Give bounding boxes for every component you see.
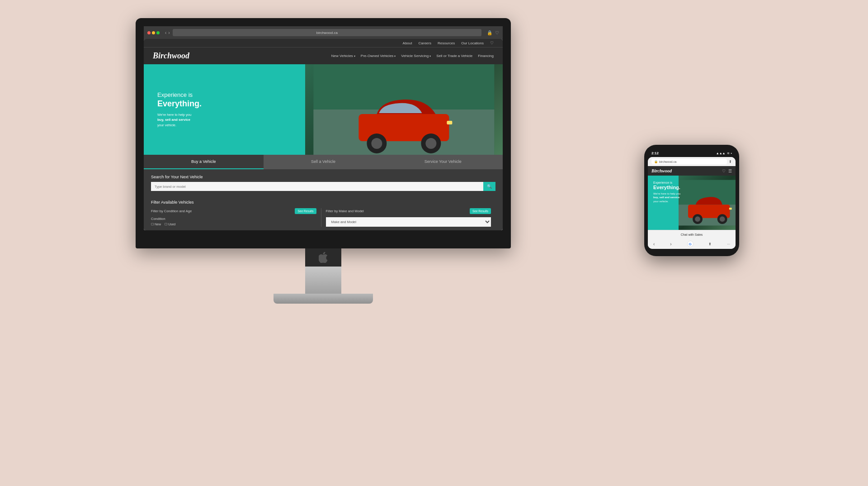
filter-col-left: Filter by Condition and Age See Results …	[151, 208, 321, 227]
browser-dots	[147, 31, 160, 34]
see-results-condition-button[interactable]: See Results	[295, 208, 316, 214]
tab-sell-vehicle[interactable]: Sell a Vehicle	[264, 155, 383, 169]
browser-url-text: birchwood.ca	[316, 31, 338, 35]
filter-right-header: Filter by Make and Model See Results	[326, 208, 491, 214]
hero-car-svg	[305, 64, 503, 155]
see-results-make-button[interactable]: See Results	[470, 208, 491, 214]
browser-lock-icon: 🔒	[487, 30, 492, 35]
search-button[interactable]: 🔍	[483, 182, 495, 191]
nav-new-vehicles[interactable]: New Vehicles ▾	[331, 54, 355, 58]
phone-chat-bar[interactable]: Chat with Sales	[648, 230, 736, 239]
tabs-section: Buy a Vehicle Sell a Vehicle Service You…	[144, 155, 503, 169]
nav-preowned-vehicles[interactable]: Pre-Owned Vehicles ▾	[361, 54, 396, 58]
scene: ‹ › birchwood.ca 🔒 ♡ About Careers	[0, 0, 868, 486]
phone-status-bar: 2:12 ▲▲▲ ≋ ▪	[648, 150, 736, 157]
hero-vehicle-image	[305, 64, 503, 155]
phone-url-text: birchwood.ca	[659, 160, 676, 163]
condition-new-checkbox[interactable]: ☐ New	[151, 223, 161, 226]
svg-rect-15	[729, 208, 732, 210]
phone-hero-title: Everything.	[653, 185, 730, 190]
phone-back-button[interactable]: ‹	[653, 242, 655, 247]
phone-battery-icon: ▪	[731, 152, 732, 155]
svg-rect-7	[447, 121, 453, 124]
browser-heart-icon[interactable]: ♡	[495, 30, 499, 35]
nav-links: New Vehicles ▾ Pre-Owned Vehicles ▾ Vehi…	[331, 54, 494, 58]
hero-description: We're here to help you buy, sell and ser…	[157, 112, 202, 128]
phone-screen: 🔒 birchwood.ca ⬆ Birchwood ♡ ☰	[648, 157, 736, 249]
utility-careers[interactable]: Careers	[418, 41, 431, 45]
svg-point-14	[720, 216, 725, 222]
browser-maximize-dot[interactable]	[156, 31, 160, 34]
hero-title: Everything.	[157, 99, 202, 109]
phone-time: 2:12	[651, 151, 659, 155]
main-nav: Birchwood New Vehicles ▾ Pre-Owned Vehic…	[144, 47, 503, 64]
svg-point-4	[372, 138, 382, 149]
filter-condition-label: Filter by Condition and Age	[151, 209, 192, 213]
phone-wifi-icon: ≋	[727, 152, 730, 155]
condition-options: ☐ New ☐ Used	[151, 223, 316, 226]
make-model-select[interactable]: Make and Model	[326, 217, 491, 227]
search-title: Search for Your Next Vehicle	[151, 175, 495, 179]
browser-minimize-dot[interactable]	[152, 31, 155, 34]
hero-tagline: Experience is	[157, 91, 202, 98]
phone-bottom-bar: ‹ › G ⬆ ···	[648, 239, 736, 249]
search-bar: 🔍	[151, 182, 495, 191]
phone-browser-bar: 🔒 birchwood.ca ⬆	[648, 157, 736, 166]
phone-bottom-share-icon[interactable]: ⬆	[708, 242, 712, 246]
search-input[interactable]	[151, 182, 483, 191]
imac-stand-neck	[305, 267, 341, 294]
phone-hero-description: We're here to help you buy, sell and ser…	[653, 192, 730, 203]
filter-make-model-label: Filter by Make and Model	[326, 209, 364, 213]
phone-status-icons: ▲▲▲ ≋ ▪	[716, 152, 732, 155]
apple-logo	[305, 248, 341, 267]
tab-buy-vehicle[interactable]: Buy a Vehicle	[144, 155, 264, 169]
nav-vehicle-servicing[interactable]: Vehicle Servicing ▾	[401, 54, 431, 58]
phone-forward-button[interactable]: ›	[670, 242, 671, 247]
phone-logo[interactable]: Birchwood	[651, 168, 672, 173]
browser-chrome: ‹ › birchwood.ca 🔒 ♡	[144, 26, 503, 39]
browser-back-button[interactable]: ‹	[165, 30, 166, 35]
phone-more-button[interactable]: ···	[727, 242, 730, 246]
phone-google-icon[interactable]: G	[687, 241, 693, 247]
utility-locations[interactable]: Our Locations	[461, 41, 484, 45]
phone-signal-icon: ▲▲▲	[716, 152, 726, 155]
servicing-chevron: ▾	[429, 54, 431, 57]
phone-nav: Birchwood ♡ ☰	[648, 166, 736, 176]
phone-url-bar[interactable]: 🔒 birchwood.ca	[651, 159, 727, 164]
utility-bar: About Careers Resources Our Locations ♡	[144, 39, 503, 47]
phone-hero-tagline: Experience is	[653, 181, 730, 184]
filter-col-right: Filter by Make and Model See Results Mak…	[321, 208, 496, 227]
utility-about[interactable]: About	[403, 41, 412, 45]
nav-financing[interactable]: Financing	[478, 54, 494, 58]
site-logo[interactable]: Birchwood	[153, 51, 189, 61]
phone-hero: Experience is Everything. We're here to …	[648, 176, 736, 230]
utility-heart-icon[interactable]: ♡	[490, 41, 494, 45]
imac-screen-outer: ‹ › birchwood.ca 🔒 ♡ About Careers	[136, 18, 511, 248]
filter-title: Filter Available Vehicles	[151, 200, 495, 205]
browser-forward-button[interactable]: ›	[168, 30, 170, 35]
search-section: Search for Your Next Vehicle 🔍	[144, 169, 503, 196]
tab-service-vehicle[interactable]: Service Your Vehicle	[383, 155, 503, 169]
hero-section: Experience is Everything. We're here to …	[144, 64, 503, 155]
website-content: About Careers Resources Our Locations ♡ …	[144, 39, 503, 230]
hero-text: Experience is Everything. We're here to …	[144, 82, 215, 137]
imac-website: About Careers Resources Our Locations ♡ …	[144, 39, 503, 230]
browser-address-bar[interactable]: birchwood.ca	[173, 29, 481, 36]
phone-heart-icon[interactable]: ♡	[722, 169, 726, 173]
filter-columns: Filter by Condition and Age See Results …	[151, 208, 495, 227]
imac-device: ‹ › birchwood.ca 🔒 ♡ About Careers	[136, 18, 511, 304]
condition-label: Condition	[151, 217, 316, 221]
filter-section: Filter Available Vehicles Filter by Cond…	[144, 196, 503, 230]
nav-sell-trade[interactable]: Sell or Trade a Vehicle	[436, 54, 472, 58]
browser-close-dot[interactable]	[147, 31, 151, 34]
phone-lock-icon: 🔒	[654, 160, 658, 163]
utility-resources[interactable]: Resources	[438, 41, 455, 45]
phone-nav-icons: ♡ ☰	[722, 169, 732, 173]
phone-menu-icon[interactable]: ☰	[728, 169, 732, 173]
browser-action-icons: 🔒 ♡	[487, 30, 499, 35]
phone-share-icon[interactable]: ⬆	[729, 160, 732, 164]
svg-point-6	[426, 138, 437, 149]
phone-device: 2:12 ▲▲▲ ≋ ▪ 🔒 birchwood.ca ⬆	[644, 145, 739, 256]
condition-used-checkbox[interactable]: ☐ Used	[165, 223, 175, 226]
new-vehicles-chevron: ▾	[354, 54, 355, 57]
